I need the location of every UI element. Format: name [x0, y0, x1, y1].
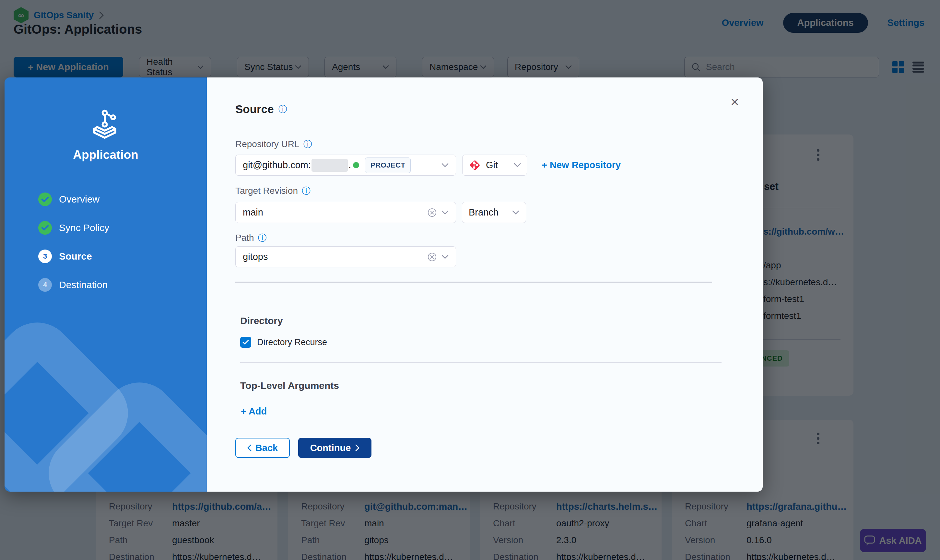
- chevron-down-icon[interactable]: [442, 210, 449, 215]
- step-label: Source: [59, 251, 92, 262]
- step-source[interactable]: 3 Source: [38, 249, 109, 263]
- wizard-sidebar: Application Overview Sync Policy 3 So: [5, 77, 207, 492]
- step-label: Overview: [59, 194, 100, 205]
- scope-badge: PROJECT: [365, 157, 411, 173]
- wizard-steps: Overview Sync Policy 3 Source 4 Destinat…: [38, 192, 109, 292]
- repo-url-prefix: git@github.com:: [243, 160, 311, 171]
- repository-url-label: Repository URL ⓘ: [235, 138, 312, 150]
- directory-recurse-checkbox[interactable]: [240, 337, 251, 348]
- repo-type-select[interactable]: Git: [462, 155, 527, 175]
- close-icon[interactable]: ✕: [728, 95, 742, 109]
- path-input[interactable]: [235, 246, 456, 268]
- chevron-right-icon: [355, 444, 360, 451]
- path-label: Path ⓘ: [235, 232, 267, 244]
- step-done-icon: [38, 221, 52, 235]
- info-icon[interactable]: ⓘ: [278, 103, 287, 115]
- git-icon: [468, 159, 482, 172]
- step-label: Destination: [59, 279, 108, 290]
- chevron-down-icon[interactable]: [442, 163, 449, 167]
- wizard-title: Application: [5, 148, 207, 162]
- continue-label: Continue: [310, 443, 351, 453]
- step-overview[interactable]: Overview: [38, 192, 109, 206]
- section-divider: [240, 362, 722, 363]
- connection-status-dot: [353, 162, 359, 168]
- add-argument-link[interactable]: + Add: [241, 406, 267, 417]
- directory-heading: Directory: [240, 315, 283, 326]
- chevron-down-icon[interactable]: [514, 163, 521, 167]
- application-icon: [89, 109, 122, 141]
- step-sync-policy[interactable]: Sync Policy: [38, 221, 109, 235]
- clear-icon[interactable]: [427, 252, 437, 262]
- info-icon[interactable]: ⓘ: [258, 232, 267, 244]
- back-button[interactable]: Back: [235, 438, 290, 458]
- redacted-text: [311, 159, 348, 172]
- directory-recurse-row: Directory Recurse: [240, 337, 327, 348]
- target-revision-label: Target Revision ⓘ: [235, 185, 311, 197]
- new-application-wizard-modal: Application Overview Sync Policy 3 So: [5, 77, 763, 492]
- clear-icon[interactable]: [427, 208, 437, 217]
- back-label: Back: [255, 443, 278, 453]
- directory-recurse-label: Directory Recurse: [257, 337, 327, 348]
- step-number-icon: 4: [38, 278, 52, 292]
- info-icon[interactable]: ⓘ: [302, 185, 311, 197]
- target-revision-input[interactable]: [235, 202, 456, 223]
- revision-type-value: Branch: [469, 207, 498, 218]
- step-label: Sync Policy: [59, 222, 109, 233]
- target-revision-value: [243, 207, 423, 218]
- source-section-title: Source ⓘ: [235, 103, 287, 116]
- continue-button[interactable]: Continue: [298, 438, 371, 458]
- wizard-content: ✕ Source ⓘ Repository URL ⓘ git@github.c…: [207, 77, 763, 492]
- chevron-left-icon: [247, 444, 252, 451]
- step-done-icon: [38, 192, 52, 206]
- step-number-icon: 3: [38, 249, 52, 263]
- revision-type-select[interactable]: Branch: [462, 202, 526, 223]
- path-value: [243, 251, 423, 262]
- source-title-text: Source: [235, 103, 274, 116]
- new-repository-link[interactable]: + New Repository: [542, 160, 621, 171]
- section-divider: [235, 282, 712, 283]
- repo-type-value: Git: [486, 160, 498, 171]
- repo-url-suffix: .: [348, 160, 351, 171]
- chevron-down-icon[interactable]: [442, 255, 449, 259]
- chevron-down-icon[interactable]: [512, 210, 519, 215]
- step-destination[interactable]: 4 Destination: [38, 278, 109, 292]
- screen: ∞ GitOps Sanity GitOps: Applications Ove…: [0, 0, 940, 560]
- info-icon[interactable]: ⓘ: [303, 138, 312, 150]
- top-level-arguments-heading: Top-Level Arguments: [240, 380, 339, 391]
- repository-url-select[interactable]: git@github.com: . PROJECT: [235, 155, 456, 175]
